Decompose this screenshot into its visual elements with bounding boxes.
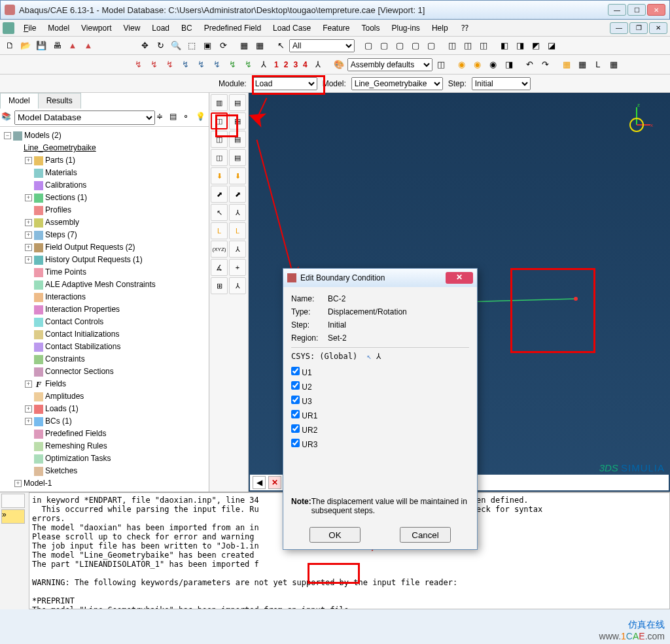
menu-model[interactable]: Model	[43, 21, 75, 35]
tab-results[interactable]: Results	[38, 93, 81, 109]
tree-item[interactable]: Amplitudes	[45, 390, 84, 403]
zoombox-icon[interactable]: ⬚	[185, 39, 199, 53]
tool-11a[interactable]: ⊞	[211, 277, 228, 294]
u2-icon[interactable]: ↷	[538, 58, 553, 72]
tree-item[interactable]: Time Points	[45, 266, 86, 279]
check-u3[interactable]: U3	[291, 394, 469, 408]
prompt-back-button[interactable]: ◀	[253, 476, 266, 489]
cancel-button[interactable]: Cancel	[400, 527, 451, 543]
cs7-icon[interactable]: ↯	[225, 58, 239, 72]
tool-8b[interactable]: L	[229, 222, 246, 239]
cycle-icon[interactable]: ⟳	[216, 39, 230, 53]
tree-model1[interactable]: Model-1	[24, 477, 52, 490]
render2-icon[interactable]: ◫	[461, 39, 475, 53]
tab-model[interactable]: Model	[0, 93, 39, 109]
persp1-icon[interactable]: ◧	[497, 39, 512, 53]
checkbox-u2[interactable]	[291, 381, 300, 390]
tree-item[interactable]: Calibrations	[45, 179, 86, 192]
tree-item[interactable]: ALE Adaptive Mesh Constraints	[45, 279, 156, 291]
cs6-icon[interactable]: ↯	[209, 58, 224, 72]
tool-7a[interactable]: ↖	[211, 204, 228, 221]
tree-item[interactable]: Connector Sections	[45, 365, 114, 378]
m1-icon[interactable]: ▦	[559, 58, 574, 72]
tree-item[interactable]: Optimization Tasks	[45, 452, 111, 465]
csys-pick-icon[interactable]: ↖	[367, 352, 372, 361]
tree-item[interactable]: BCs (1)	[45, 415, 72, 428]
tool-1b[interactable]: ▤	[229, 94, 246, 111]
menu-bc[interactable]: BC	[176, 21, 198, 35]
open-icon[interactable]: 📂	[18, 39, 33, 53]
menu-load[interactable]: Load	[147, 21, 175, 35]
check-ur2[interactable]: UR2	[291, 422, 469, 437]
close-button[interactable]: ✕	[647, 4, 665, 16]
persp4-icon[interactable]: ◪	[544, 39, 559, 53]
m2-icon[interactable]: ▦	[575, 58, 590, 72]
step-select[interactable]: Initial	[472, 77, 531, 90]
tree-line[interactable]: Line_Geometrybaike	[24, 142, 96, 154]
check-u2[interactable]: U2	[291, 379, 469, 394]
tree-item[interactable]: Sections (1)	[45, 192, 87, 204]
tool-7b[interactable]: ⅄	[229, 204, 246, 221]
tool-9b[interactable]: ⅄	[229, 241, 246, 258]
menu-file[interactable]: File	[18, 21, 41, 35]
grid2-icon[interactable]: ▦	[253, 39, 267, 53]
filter2-icon[interactable]: ▤	[169, 112, 181, 124]
checkbox-u3[interactable]	[291, 396, 300, 404]
tree-item[interactable]: Contact Stabilizations	[45, 341, 120, 353]
fit-icon[interactable]: ▣	[200, 39, 215, 53]
menu-viewport[interactable]: Viewport	[76, 21, 116, 35]
menu-predef[interactable]: Predefined Field	[199, 21, 266, 35]
tree-item[interactable]: Assembly	[45, 216, 79, 229]
cube1-icon[interactable]: ▢	[361, 39, 376, 53]
inst-icon[interactable]: ◫	[434, 58, 448, 72]
display-select[interactable]: All	[289, 39, 355, 52]
tool-4b[interactable]: ▤	[229, 149, 246, 166]
cs3-icon[interactable]: ↯	[162, 58, 177, 72]
tree-item[interactable]: Predefined Fields	[45, 428, 106, 440]
expand-icon[interactable]: +	[25, 381, 32, 388]
menu-feature[interactable]: Feature	[317, 21, 355, 35]
cube3-icon[interactable]: ▢	[393, 39, 407, 53]
checkbox-u1[interactable]	[291, 367, 300, 375]
tool-8a[interactable]: L	[211, 222, 228, 239]
tree-item[interactable]: Loads (1)	[45, 403, 79, 415]
tree-item[interactable]: Sketches	[45, 465, 77, 477]
expand-icon[interactable]: +	[25, 219, 32, 226]
expand-icon[interactable]: +	[25, 244, 32, 251]
cs4-icon[interactable]: ↯	[178, 58, 192, 72]
rotate-icon[interactable]: ↻	[153, 39, 168, 53]
tool-1a[interactable]: ▥	[211, 94, 228, 111]
expand-icon[interactable]: +	[25, 405, 32, 413]
db2-icon[interactable]: ▲	[81, 39, 96, 53]
tree-item[interactable]: Fields	[45, 378, 66, 390]
tree-item[interactable]: Profiles	[45, 204, 71, 216]
cs5-icon[interactable]: ↯	[194, 58, 208, 72]
palette-icon[interactable]: 🎨	[332, 58, 346, 72]
expand-icon[interactable]: +	[25, 418, 32, 425]
check-ur3[interactable]: UR3	[291, 437, 469, 451]
ok-button[interactable]: OK	[309, 527, 361, 543]
menu-help[interactable]: Help	[427, 21, 453, 35]
cube4-icon[interactable]: ▢	[408, 39, 423, 53]
tool-10b[interactable]: +	[229, 259, 246, 276]
mdi-min-button[interactable]: —	[610, 22, 628, 34]
tree-item[interactable]: Constraints	[45, 353, 85, 365]
print-icon[interactable]: 🖶	[50, 39, 64, 53]
grid1-icon[interactable]: ▦	[237, 39, 251, 53]
cs10-icon[interactable]: ⅄	[311, 58, 325, 72]
m3-icon[interactable]: L	[591, 58, 605, 72]
tree-item[interactable]: Materials	[45, 167, 77, 179]
new-icon[interactable]: 🗋	[3, 39, 17, 53]
whatsthis-icon[interactable]: ⁇	[456, 21, 474, 35]
tool-11b[interactable]: ⅄	[229, 277, 246, 294]
tree-models[interactable]: Models (2)	[24, 129, 62, 142]
render3-icon[interactable]: ◫	[476, 39, 491, 53]
mdi-close-button[interactable]: ✕	[649, 22, 667, 34]
maximize-button[interactable]: ☐	[627, 4, 646, 16]
v4-icon[interactable]: ◨	[502, 58, 516, 72]
u1-icon[interactable]: ↶	[523, 58, 537, 72]
tool-10a[interactable]: ∡	[211, 259, 228, 276]
log-btn2[interactable]: »	[1, 509, 25, 524]
pan-icon[interactable]: ✥	[137, 39, 152, 53]
expand-icon[interactable]: +	[25, 256, 32, 263]
